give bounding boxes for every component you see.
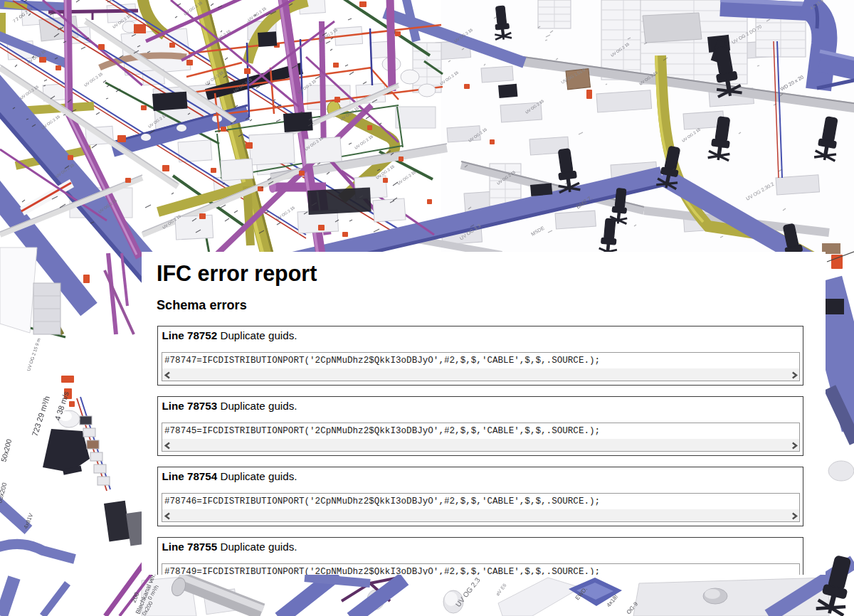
svg-text:UV OG 2 15: UV OG 2 15 [396,170,416,186]
svg-text:UV OG 2 15: UV OG 2 15 [83,72,103,87]
svg-text:⌀V E6: ⌀V E6 [495,583,507,597]
svg-text:UV OG 2 15: UV OG 2 15 [354,134,374,150]
svg-text:50x200: 50x200 [0,438,14,463]
svg-text:UV OG 2 15 9 m: UV OG 2 15 9 m [26,337,41,371]
svg-text:UV OG 2 15: UV OG 2 15 [41,115,60,130]
svg-text:UV OG 2 15: UV OG 2 15 [275,206,295,221]
svg-text:723 29 m³/h: 723 29 m³/h [30,395,51,437]
